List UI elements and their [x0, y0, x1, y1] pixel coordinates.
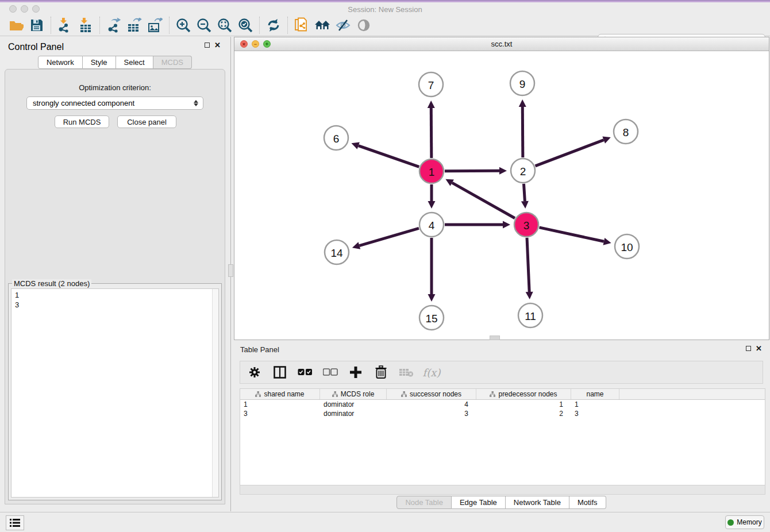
cell-predecessor-nodes: 2 — [476, 409, 571, 418]
delete-table-icon — [399, 367, 414, 377]
hierarchy-icon — [332, 391, 338, 397]
graph-edge[interactable] — [539, 228, 603, 241]
zoom-in-icon — [176, 18, 191, 33]
memory-button[interactable]: Memory — [725, 515, 764, 529]
graph-edge[interactable] — [359, 228, 419, 245]
save-session-button[interactable] — [26, 16, 47, 34]
import-network-button[interactable] — [55, 16, 75, 34]
node-table-header: shared name MCDS role successor nodes pr… — [240, 389, 765, 400]
network-window-titlebar[interactable]: × − + scc.txt — [234, 37, 769, 51]
deselect-all-button[interactable] — [322, 364, 339, 381]
checked-boxes-icon — [298, 368, 313, 376]
tab-network[interactable]: Network — [38, 56, 83, 69]
refresh-layout-button[interactable] — [263, 16, 284, 34]
result-scrollbar[interactable] — [212, 289, 218, 497]
column-label: shared name — [264, 390, 304, 398]
column-header-name[interactable]: name — [571, 389, 619, 399]
zoom-fit-icon — [217, 18, 232, 33]
tab-mcds[interactable]: MCDS — [153, 56, 192, 69]
export-table-button[interactable] — [124, 16, 145, 34]
mcds-result-title: MCDS result (2 nodes) — [12, 279, 91, 288]
import-table-icon — [79, 18, 93, 33]
horizontal-split-handle[interactable] — [490, 336, 500, 340]
graph-edge[interactable] — [445, 171, 499, 171]
edge-arrowhead — [352, 242, 360, 249]
table-settings-button[interactable] — [246, 364, 263, 381]
table-row[interactable]: 1 dominator 4 1 1 — [240, 400, 765, 409]
graph-edge[interactable] — [431, 108, 432, 158]
column-header-predecessor-nodes[interactable]: predecessor nodes — [476, 389, 571, 399]
home-button[interactable] — [312, 16, 333, 34]
table-row[interactable]: 3 dominator 3 2 3 — [240, 409, 765, 418]
clone-network-button[interactable] — [291, 16, 312, 34]
plus-icon — [349, 366, 362, 379]
refresh-icon — [266, 18, 281, 33]
add-column-button[interactable] — [347, 364, 364, 381]
hide-button[interactable] — [333, 16, 353, 34]
zoom-in-button[interactable] — [173, 16, 194, 34]
float-panel-icon[interactable] — [746, 346, 751, 351]
mcds-result-textarea[interactable]: 1 3 — [11, 288, 219, 498]
show-columns-button[interactable] — [271, 364, 288, 381]
tab-motifs[interactable]: Motifs — [569, 496, 606, 509]
delete-column-button[interactable] — [372, 364, 390, 381]
graph-edge[interactable] — [452, 183, 515, 218]
tab-edge-table[interactable]: Edge Table — [452, 496, 506, 509]
tab-select[interactable]: Select — [116, 56, 153, 69]
graph-edge[interactable] — [522, 107, 523, 157]
graph-node-label: 6 — [333, 133, 340, 145]
edge-arrowhead — [428, 101, 435, 108]
zoom-fit-button[interactable] — [214, 16, 235, 34]
close-panel-button[interactable]: Close panel — [117, 115, 176, 128]
mcds-result-line: 1 — [15, 290, 218, 300]
export-image-button[interactable] — [145, 16, 165, 34]
export-table-icon — [127, 18, 142, 33]
float-panel-icon[interactable] — [205, 43, 210, 48]
column-label: MCDS role — [341, 390, 375, 398]
graph-edge[interactable] — [359, 146, 419, 167]
export-image-icon — [148, 18, 163, 33]
apply-function-button[interactable]: f(x) — [423, 364, 440, 381]
graph-node-label: 14 — [330, 247, 343, 259]
vertical-split-handle[interactable] — [228, 264, 233, 277]
column-header-successor-nodes[interactable]: successor nodes — [387, 389, 476, 399]
graph-edge[interactable] — [523, 184, 525, 201]
graph-edge[interactable] — [527, 238, 529, 292]
table-scroll-band[interactable] — [240, 485, 765, 495]
run-mcds-button[interactable]: Run MCDS — [55, 115, 109, 128]
tab-style[interactable]: Style — [83, 56, 116, 69]
export-network-icon — [106, 18, 121, 33]
show-button[interactable] — [353, 16, 374, 34]
mcds-result-groupbox: MCDS result (2 nodes) 1 3 — [8, 283, 222, 500]
task-history-button[interactable] — [6, 515, 24, 530]
zoom-out-button[interactable] — [194, 16, 214, 34]
criterion-select[interactable]: strongly connected component — [26, 97, 203, 110]
graph-node-label: 2 — [520, 165, 526, 178]
import-table-button[interactable] — [75, 16, 96, 34]
column-header-shared-name[interactable]: shared name — [240, 389, 320, 399]
export-network-button[interactable] — [103, 16, 124, 34]
column-header-mcds-role[interactable]: MCDS role — [320, 389, 387, 399]
select-chevrons-icon — [193, 99, 199, 107]
edge-arrowhead — [428, 294, 436, 302]
close-panel-icon[interactable]: ✕ — [756, 346, 762, 351]
select-all-button[interactable] — [297, 364, 314, 381]
close-panel-icon[interactable]: ✕ — [214, 43, 221, 48]
tab-network-table[interactable]: Network Table — [506, 496, 569, 509]
houses-icon — [314, 19, 331, 32]
hierarchy-icon — [490, 391, 495, 397]
zoom-selected-button[interactable] — [235, 16, 256, 34]
import-network-icon — [57, 18, 72, 33]
table-panel-window-controls: ✕ — [746, 346, 762, 351]
cell-name: 1 — [571, 400, 619, 409]
graph-edge[interactable] — [536, 140, 604, 166]
cell-successor-nodes: 4 — [387, 400, 476, 409]
delete-table-button[interactable] — [398, 364, 415, 381]
edge-arrowhead — [521, 201, 529, 209]
cell-name: 3 — [571, 409, 619, 418]
tab-node-table[interactable]: Node Table — [396, 496, 452, 509]
graph-node-label: 4 — [429, 219, 435, 232]
cell-successor-nodes: 3 — [387, 409, 476, 418]
open-session-button[interactable] — [6, 16, 26, 34]
network-graph[interactable]: 7968124314101511 — [234, 51, 769, 340]
